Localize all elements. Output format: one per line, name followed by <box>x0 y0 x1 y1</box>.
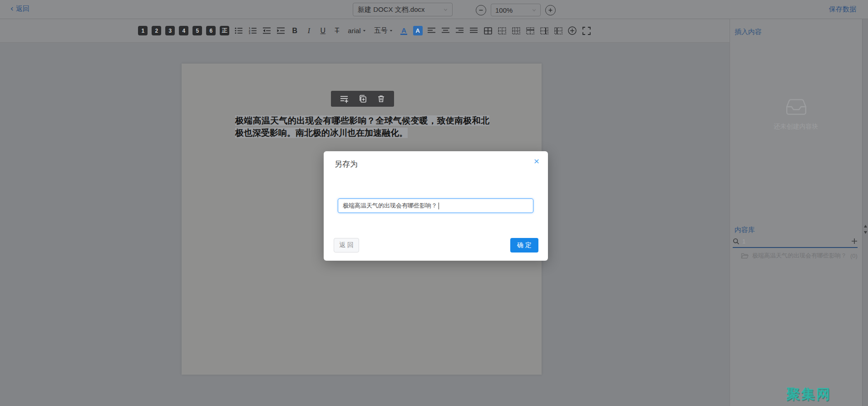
table-insert-column-right-icon <box>540 26 549 35</box>
library-item-count: (0) <box>850 253 858 259</box>
table-dashed-icon <box>498 26 507 35</box>
add-library-item-button[interactable] <box>851 238 858 245</box>
plus-icon <box>851 238 858 244</box>
empty-state: 还未创建内容块 <box>730 97 862 131</box>
heading-3-button[interactable]: 3 <box>165 26 175 35</box>
filename-input[interactable]: 极端高温天气的出现会有哪些影响？ <box>338 198 533 213</box>
delete-row-button[interactable] <box>497 26 507 36</box>
filename-value: 极端高温天气的出现会有哪些影响？ <box>343 202 437 210</box>
heading-2-button[interactable]: 2 <box>152 26 161 35</box>
document-title-dropdown[interactable]: 新建 DOCX 文档.docx <box>353 3 453 16</box>
underline-button[interactable]: U <box>318 26 328 36</box>
table-insert-row-icon <box>526 26 535 35</box>
font-color-button[interactable]: A <box>399 26 409 36</box>
heading-1-button[interactable]: 1 <box>138 26 148 35</box>
right-sidebar: 插入内容 还未创建内容块 内容库 1 极端高温天气的出现会有哪些影响？ (0) <box>730 19 862 406</box>
chevron-down-icon <box>532 8 536 12</box>
align-center-icon <box>441 26 450 35</box>
document-paragraph[interactable]: 极端高温天气的出现会有哪些影响？全球气候变暖，致使南极和北极也深受影响。南北极的… <box>235 114 489 139</box>
add-list-icon <box>340 94 349 104</box>
dialog-back-button[interactable]: 返 回 <box>334 238 359 253</box>
scroll-down-icon[interactable] <box>863 231 868 234</box>
chevron-down-icon <box>444 8 448 12</box>
content-library-title: 内容库 <box>735 226 862 234</box>
dialog-confirm-button[interactable]: 确 定 <box>510 238 538 253</box>
zoom-level-dropdown[interactable]: 100% <box>491 4 541 16</box>
selected-text: 极端高温天气的出现会有哪些影响？全球气候变暖，致使南极和北极也深受影响。南北极的… <box>235 115 489 138</box>
align-right-button[interactable] <box>455 26 465 36</box>
insert-content-title: 插入内容 <box>735 28 762 36</box>
plus-circle-icon <box>567 26 577 35</box>
indent-button[interactable] <box>276 26 286 36</box>
back-label: 返回 <box>16 5 30 13</box>
library-item[interactable]: 极端高温天气的出现会有哪些影响？ (0) <box>741 252 858 260</box>
highlight-color-button[interactable]: A <box>413 26 423 35</box>
delete-block-button[interactable] <box>377 94 386 104</box>
copy-plus-icon <box>358 94 367 104</box>
insert-table-button[interactable] <box>483 26 493 36</box>
bullet-list-button[interactable] <box>233 26 243 36</box>
back-button[interactable]: 返回 <box>10 5 30 13</box>
font-family-dropdown[interactable]: arial <box>348 27 366 35</box>
minus-icon <box>478 8 483 13</box>
bullet-list-icon <box>234 26 243 35</box>
heading-5-button[interactable]: 5 <box>192 26 202 35</box>
ordered-list-icon: 123 <box>248 26 257 35</box>
chevron-down-icon <box>362 29 366 33</box>
zoom-out-button[interactable] <box>476 5 486 15</box>
sidebar-scrollbar[interactable] <box>862 19 868 406</box>
close-icon[interactable]: × <box>534 156 539 166</box>
folder-icon <box>741 253 749 259</box>
indent-icon <box>276 26 285 35</box>
zoom-in-button[interactable] <box>545 5 556 15</box>
outdent-icon <box>262 26 271 35</box>
font-color-letter: A <box>400 27 407 35</box>
inbox-tray-icon <box>785 97 808 116</box>
align-left-button[interactable] <box>427 26 437 36</box>
expand-icon <box>582 26 591 35</box>
search-icon <box>733 238 740 245</box>
align-justify-button[interactable] <box>469 26 479 36</box>
insert-row-button[interactable] <box>525 26 535 36</box>
empty-state-text: 还未创建内容块 <box>774 123 819 131</box>
font-family-value: arial <box>348 27 360 35</box>
library-item-text: 极端高温天气的出现会有哪些影响？ <box>752 252 847 260</box>
table-insert-column-left-icon <box>554 26 563 35</box>
align-right-icon <box>455 26 464 35</box>
outdent-button[interactable] <box>261 26 271 36</box>
align-center-button[interactable] <box>441 26 451 36</box>
search-input[interactable]: 1 <box>742 238 848 245</box>
insert-more-button[interactable] <box>567 26 577 36</box>
bold-button[interactable]: B <box>290 26 300 36</box>
add-to-block-button[interactable] <box>340 94 349 104</box>
fullscreen-button[interactable] <box>582 26 592 36</box>
heading-4-button[interactable]: 4 <box>179 26 188 35</box>
text-caret <box>439 203 439 209</box>
normal-text-button[interactable]: 正 <box>220 26 229 35</box>
library-search-bar[interactable]: 1 <box>733 238 858 248</box>
watermark-logo: 聚集网 <box>786 385 831 404</box>
table-dashed-icon <box>512 26 521 35</box>
svg-text:3: 3 <box>249 32 251 35</box>
insert-column-right-button[interactable] <box>539 26 549 36</box>
strikethrough-button[interactable]: T <box>332 26 342 36</box>
align-left-icon <box>427 26 436 35</box>
top-bar: 返回 新建 DOCX 文档.docx 100% 保存数据 <box>0 0 868 19</box>
font-size-dropdown[interactable]: 五号 <box>374 26 393 35</box>
insert-column-left-button[interactable] <box>553 26 563 36</box>
italic-button[interactable]: I <box>304 26 314 36</box>
delete-column-button[interactable] <box>511 26 521 36</box>
chevron-down-icon <box>389 29 393 33</box>
ordered-list-button[interactable]: 123 <box>247 26 257 36</box>
table-icon <box>483 26 493 35</box>
heading-6-button[interactable]: 6 <box>206 26 216 35</box>
trash-icon <box>377 94 385 103</box>
align-justify-icon <box>469 26 478 35</box>
save-as-dialog: 另存为 × 极端高温天气的出现会有哪些影响？ 返 回 确 定 <box>324 151 548 261</box>
selection-toolbar <box>331 91 394 107</box>
dialog-title: 另存为 <box>335 159 358 169</box>
scroll-up-icon[interactable] <box>863 224 868 228</box>
save-data-button[interactable]: 保存数据 <box>829 5 856 14</box>
copy-block-button[interactable] <box>358 94 367 104</box>
font-size-value: 五号 <box>374 26 388 35</box>
